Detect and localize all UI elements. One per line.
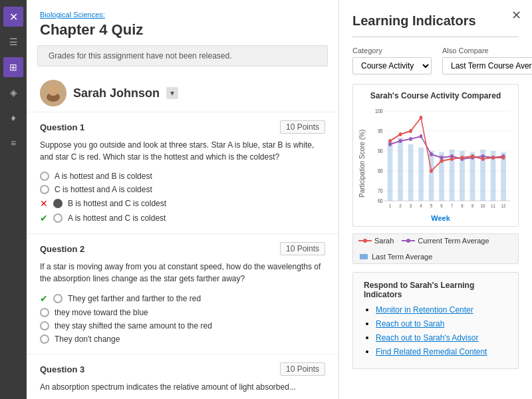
- quiz-title: Chapter 4 Quiz: [40, 21, 325, 39]
- svg-text:7: 7: [451, 203, 453, 209]
- sidebar-icon-4[interactable]: ♦: [3, 108, 23, 128]
- svg-text:4: 4: [420, 203, 422, 209]
- avatar: [40, 80, 66, 106]
- radio-circle: [53, 213, 63, 223]
- svg-point-42: [409, 137, 412, 141]
- svg-text:60: 60: [378, 198, 383, 204]
- svg-text:80: 80: [378, 168, 383, 174]
- svg-text:5: 5: [430, 203, 432, 209]
- svg-text:8: 8: [461, 203, 463, 209]
- question-1-text: Suppose you go outside and look at three…: [40, 139, 325, 163]
- svg-text:100: 100: [375, 108, 383, 114]
- compare-select[interactable]: Last Term Course Aver...: [442, 57, 532, 74]
- sidebar-icon-5[interactable]: ≡: [3, 133, 23, 153]
- svg-rect-32: [429, 151, 434, 201]
- respond-list: Monitor in Retention Center Reach out to…: [364, 305, 507, 356]
- svg-point-44: [430, 152, 433, 156]
- answer-option-correct: ✔ A is hottest and C is coldest: [40, 211, 325, 225]
- remedial-link[interactable]: Find Related Remedial Content: [376, 347, 487, 356]
- svg-point-41: [399, 139, 402, 143]
- svg-point-54: [409, 129, 412, 133]
- chart-container: Sarah's Course Activity Compared Partici…: [352, 84, 519, 227]
- legend-current: Current Term Average: [402, 237, 489, 245]
- student-name: Sarah Johnson: [73, 86, 160, 100]
- compare-label: Also Compare: [442, 47, 532, 55]
- question-3-points: 10 Points: [280, 362, 325, 376]
- question-2-title: Question 2: [40, 244, 84, 254]
- wrong-icon: ✕: [40, 198, 48, 209]
- answer-option: C is hottest and A is coldest: [40, 183, 325, 196]
- sidebar-close-button[interactable]: ✕: [3, 7, 23, 27]
- answer-text: they stay shifted the same amount to the…: [55, 321, 212, 331]
- svg-rect-29: [398, 138, 403, 201]
- panel-title: Learning Indicators: [352, 13, 519, 29]
- svg-text:6: 6: [440, 203, 442, 209]
- sidebar-icon-2[interactable]: ⊞: [3, 57, 23, 77]
- indicator-panel: ✕ Learning Indicators Category Course Ac…: [339, 0, 532, 399]
- question-2-block: Question 2 10 Points If a star is moving…: [27, 234, 338, 354]
- respond-title: Respond to Sarah's Learning Indicators: [364, 281, 507, 299]
- svg-point-57: [440, 159, 444, 163]
- answer-text: A is hottest and B is coldest: [55, 172, 152, 181]
- svg-point-56: [430, 169, 433, 173]
- radio-filled: [53, 199, 63, 208]
- chart-title: Sarah's Course Activity Compared: [358, 91, 513, 100]
- sidebar-icon-3[interactable]: ◈: [3, 82, 23, 102]
- answer-text: A is hottest and C is coldest: [68, 213, 166, 223]
- radio-circle: [53, 294, 63, 303]
- svg-text:95: 95: [378, 128, 383, 134]
- panel-close-button[interactable]: ✕: [511, 8, 521, 23]
- svg-point-3: [49, 86, 58, 95]
- grade-notice: Grades for this assignment have not been…: [37, 45, 328, 66]
- answer-option: They don't change: [40, 332, 325, 346]
- svg-rect-68: [360, 254, 368, 259]
- breadcrumb[interactable]: Biological Sciences:: [40, 11, 325, 19]
- list-item: Reach out to Sarah's Advisor: [376, 332, 507, 342]
- list-item: Monitor in Retention Center: [376, 305, 507, 315]
- svg-point-61: [481, 157, 485, 161]
- question-3-title: Question 3: [40, 364, 84, 374]
- svg-point-67: [406, 239, 410, 243]
- answer-text: B is hottest and C is coldest: [68, 199, 166, 208]
- chart-inner: 100 95 90 80 70 60 1 2 3 4 5 6 7 8: [368, 104, 513, 222]
- question-1-title: Question 1: [40, 122, 84, 132]
- svg-point-60: [471, 154, 474, 158]
- x-axis-label: Week: [368, 214, 513, 222]
- reach-advisor-link[interactable]: Reach out to Sarah's Advisor: [376, 333, 478, 342]
- svg-rect-31: [418, 148, 424, 201]
- svg-point-55: [420, 116, 423, 120]
- reach-sarah-link[interactable]: Reach out to Sarah: [376, 319, 444, 329]
- radio-circle: [40, 172, 49, 181]
- legend-sarah: Sarah: [358, 237, 394, 245]
- svg-text:11: 11: [491, 203, 495, 209]
- chart-wrap: Participation Score (%) 100 95 90 80 70 …: [358, 104, 513, 222]
- quiz-header: Biological Sciences: Chapter 4 Quiz: [27, 0, 338, 45]
- svg-text:10: 10: [481, 203, 485, 209]
- legend-current-label: Current Term Average: [418, 237, 489, 245]
- y-axis-label: Participation Score (%): [358, 104, 366, 222]
- quiz-panel: Biological Sciences: Chapter 4 Quiz Grad…: [27, 0, 339, 399]
- svg-point-53: [399, 132, 402, 136]
- answer-option: they move toward the blue: [40, 306, 325, 319]
- student-row: Sarah Johnson ▾: [27, 74, 338, 112]
- category-select[interactable]: Course Activity: [352, 57, 432, 74]
- category-label: Category: [352, 47, 432, 55]
- chart-legend: Sarah Current Term Average Last Term Ave…: [352, 233, 519, 264]
- question-2-text: If a star is moving away from you at con…: [40, 261, 325, 285]
- monitor-link[interactable]: Monitor in Retention Center: [376, 305, 473, 315]
- sidebar-icon-1[interactable]: ☰: [3, 32, 23, 52]
- list-item: Reach out to Sarah: [376, 319, 507, 329]
- radio-circle: [40, 334, 49, 344]
- answer-option: A is hottest and B is coldest: [40, 170, 325, 183]
- answer-option: they stay shifted the same amount to the…: [40, 319, 325, 332]
- student-chevron-button[interactable]: ▾: [166, 87, 178, 99]
- answer-text: They don't change: [55, 334, 120, 344]
- svg-point-52: [388, 139, 392, 143]
- svg-point-43: [420, 134, 423, 138]
- correct-icon: ✔: [40, 213, 48, 223]
- svg-rect-28: [388, 141, 393, 201]
- sidebar: ✕ ☰ ⊞ ◈ ♦ ≡: [0, 0, 27, 399]
- radio-circle: [40, 308, 49, 317]
- svg-text:1: 1: [389, 203, 391, 209]
- list-item: Find Related Remedial Content: [376, 346, 507, 356]
